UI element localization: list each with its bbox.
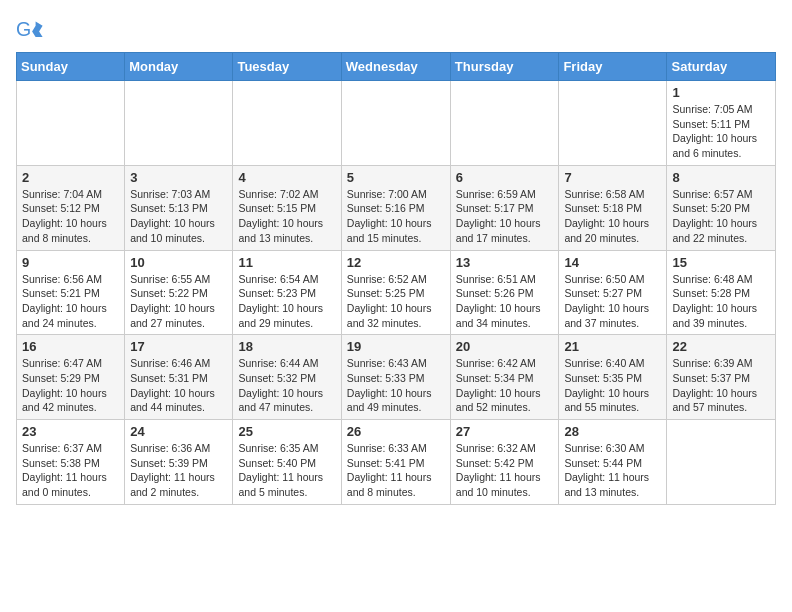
day-info: Sunrise: 7:04 AM Sunset: 5:12 PM Dayligh… <box>22 187 119 246</box>
day-number: 17 <box>130 339 227 354</box>
calendar-cell <box>341 81 450 166</box>
day-info: Sunrise: 6:42 AM Sunset: 5:34 PM Dayligh… <box>456 356 554 415</box>
day-info: Sunrise: 6:55 AM Sunset: 5:22 PM Dayligh… <box>130 272 227 331</box>
day-number: 15 <box>672 255 770 270</box>
calendar-cell: 22Sunrise: 6:39 AM Sunset: 5:37 PM Dayli… <box>667 335 776 420</box>
calendar-cell: 11Sunrise: 6:54 AM Sunset: 5:23 PM Dayli… <box>233 250 341 335</box>
day-info: Sunrise: 6:59 AM Sunset: 5:17 PM Dayligh… <box>456 187 554 246</box>
calendar-cell: 16Sunrise: 6:47 AM Sunset: 5:29 PM Dayli… <box>17 335 125 420</box>
day-info: Sunrise: 6:36 AM Sunset: 5:39 PM Dayligh… <box>130 441 227 500</box>
day-info: Sunrise: 6:57 AM Sunset: 5:20 PM Dayligh… <box>672 187 770 246</box>
calendar-cell: 4Sunrise: 7:02 AM Sunset: 5:15 PM Daylig… <box>233 165 341 250</box>
day-info: Sunrise: 7:03 AM Sunset: 5:13 PM Dayligh… <box>130 187 227 246</box>
calendar-cell: 27Sunrise: 6:32 AM Sunset: 5:42 PM Dayli… <box>450 420 559 505</box>
calendar-cell: 1Sunrise: 7:05 AM Sunset: 5:11 PM Daylig… <box>667 81 776 166</box>
day-number: 16 <box>22 339 119 354</box>
calendar-cell <box>233 81 341 166</box>
calendar-cell <box>559 81 667 166</box>
day-number: 22 <box>672 339 770 354</box>
calendar-cell: 19Sunrise: 6:43 AM Sunset: 5:33 PM Dayli… <box>341 335 450 420</box>
day-info: Sunrise: 6:58 AM Sunset: 5:18 PM Dayligh… <box>564 187 661 246</box>
logo: G <box>16 16 48 44</box>
calendar-week-4: 16Sunrise: 6:47 AM Sunset: 5:29 PM Dayli… <box>17 335 776 420</box>
calendar-cell: 7Sunrise: 6:58 AM Sunset: 5:18 PM Daylig… <box>559 165 667 250</box>
calendar-cell <box>450 81 559 166</box>
header-tuesday: Tuesday <box>233 53 341 81</box>
day-info: Sunrise: 6:51 AM Sunset: 5:26 PM Dayligh… <box>456 272 554 331</box>
day-number: 6 <box>456 170 554 185</box>
day-info: Sunrise: 6:40 AM Sunset: 5:35 PM Dayligh… <box>564 356 661 415</box>
calendar-cell: 6Sunrise: 6:59 AM Sunset: 5:17 PM Daylig… <box>450 165 559 250</box>
calendar-week-1: 1Sunrise: 7:05 AM Sunset: 5:11 PM Daylig… <box>17 81 776 166</box>
day-info: Sunrise: 6:47 AM Sunset: 5:29 PM Dayligh… <box>22 356 119 415</box>
svg-marker-1 <box>32 22 43 37</box>
day-number: 7 <box>564 170 661 185</box>
day-number: 23 <box>22 424 119 439</box>
day-number: 18 <box>238 339 335 354</box>
day-number: 1 <box>672 85 770 100</box>
calendar-cell: 2Sunrise: 7:04 AM Sunset: 5:12 PM Daylig… <box>17 165 125 250</box>
day-info: Sunrise: 6:46 AM Sunset: 5:31 PM Dayligh… <box>130 356 227 415</box>
day-info: Sunrise: 6:48 AM Sunset: 5:28 PM Dayligh… <box>672 272 770 331</box>
day-info: Sunrise: 6:52 AM Sunset: 5:25 PM Dayligh… <box>347 272 445 331</box>
calendar-cell: 25Sunrise: 6:35 AM Sunset: 5:40 PM Dayli… <box>233 420 341 505</box>
day-number: 8 <box>672 170 770 185</box>
calendar-cell: 10Sunrise: 6:55 AM Sunset: 5:22 PM Dayli… <box>125 250 233 335</box>
calendar-cell: 23Sunrise: 6:37 AM Sunset: 5:38 PM Dayli… <box>17 420 125 505</box>
calendar-cell: 24Sunrise: 6:36 AM Sunset: 5:39 PM Dayli… <box>125 420 233 505</box>
day-info: Sunrise: 6:54 AM Sunset: 5:23 PM Dayligh… <box>238 272 335 331</box>
day-number: 2 <box>22 170 119 185</box>
day-number: 9 <box>22 255 119 270</box>
calendar-cell: 28Sunrise: 6:30 AM Sunset: 5:44 PM Dayli… <box>559 420 667 505</box>
calendar-cell: 13Sunrise: 6:51 AM Sunset: 5:26 PM Dayli… <box>450 250 559 335</box>
day-number: 3 <box>130 170 227 185</box>
day-number: 5 <box>347 170 445 185</box>
day-number: 19 <box>347 339 445 354</box>
day-info: Sunrise: 6:33 AM Sunset: 5:41 PM Dayligh… <box>347 441 445 500</box>
day-info: Sunrise: 7:05 AM Sunset: 5:11 PM Dayligh… <box>672 102 770 161</box>
day-number: 21 <box>564 339 661 354</box>
day-number: 26 <box>347 424 445 439</box>
day-info: Sunrise: 6:50 AM Sunset: 5:27 PM Dayligh… <box>564 272 661 331</box>
page-header: G <box>16 16 776 44</box>
day-number: 28 <box>564 424 661 439</box>
calendar-week-5: 23Sunrise: 6:37 AM Sunset: 5:38 PM Dayli… <box>17 420 776 505</box>
day-number: 4 <box>238 170 335 185</box>
header-wednesday: Wednesday <box>341 53 450 81</box>
day-info: Sunrise: 6:35 AM Sunset: 5:40 PM Dayligh… <box>238 441 335 500</box>
calendar-cell: 18Sunrise: 6:44 AM Sunset: 5:32 PM Dayli… <box>233 335 341 420</box>
calendar-cell: 8Sunrise: 6:57 AM Sunset: 5:20 PM Daylig… <box>667 165 776 250</box>
calendar-cell: 9Sunrise: 6:56 AM Sunset: 5:21 PM Daylig… <box>17 250 125 335</box>
calendar-table: SundayMondayTuesdayWednesdayThursdayFrid… <box>16 52 776 505</box>
calendar-week-2: 2Sunrise: 7:04 AM Sunset: 5:12 PM Daylig… <box>17 165 776 250</box>
day-number: 20 <box>456 339 554 354</box>
day-number: 11 <box>238 255 335 270</box>
day-info: Sunrise: 6:30 AM Sunset: 5:44 PM Dayligh… <box>564 441 661 500</box>
header-monday: Monday <box>125 53 233 81</box>
day-info: Sunrise: 6:43 AM Sunset: 5:33 PM Dayligh… <box>347 356 445 415</box>
calendar-cell <box>125 81 233 166</box>
day-number: 10 <box>130 255 227 270</box>
calendar-cell: 3Sunrise: 7:03 AM Sunset: 5:13 PM Daylig… <box>125 165 233 250</box>
calendar-cell: 15Sunrise: 6:48 AM Sunset: 5:28 PM Dayli… <box>667 250 776 335</box>
day-info: Sunrise: 6:32 AM Sunset: 5:42 PM Dayligh… <box>456 441 554 500</box>
calendar-cell <box>17 81 125 166</box>
svg-text:G: G <box>16 18 31 40</box>
day-number: 14 <box>564 255 661 270</box>
header-saturday: Saturday <box>667 53 776 81</box>
header-sunday: Sunday <box>17 53 125 81</box>
calendar-cell: 17Sunrise: 6:46 AM Sunset: 5:31 PM Dayli… <box>125 335 233 420</box>
header-friday: Friday <box>559 53 667 81</box>
day-info: Sunrise: 6:39 AM Sunset: 5:37 PM Dayligh… <box>672 356 770 415</box>
day-info: Sunrise: 6:56 AM Sunset: 5:21 PM Dayligh… <box>22 272 119 331</box>
calendar-cell: 5Sunrise: 7:00 AM Sunset: 5:16 PM Daylig… <box>341 165 450 250</box>
calendar-header-row: SundayMondayTuesdayWednesdayThursdayFrid… <box>17 53 776 81</box>
day-info: Sunrise: 6:37 AM Sunset: 5:38 PM Dayligh… <box>22 441 119 500</box>
day-number: 24 <box>130 424 227 439</box>
day-number: 13 <box>456 255 554 270</box>
day-number: 25 <box>238 424 335 439</box>
header-thursday: Thursday <box>450 53 559 81</box>
day-info: Sunrise: 6:44 AM Sunset: 5:32 PM Dayligh… <box>238 356 335 415</box>
calendar-cell: 21Sunrise: 6:40 AM Sunset: 5:35 PM Dayli… <box>559 335 667 420</box>
calendar-cell: 26Sunrise: 6:33 AM Sunset: 5:41 PM Dayli… <box>341 420 450 505</box>
